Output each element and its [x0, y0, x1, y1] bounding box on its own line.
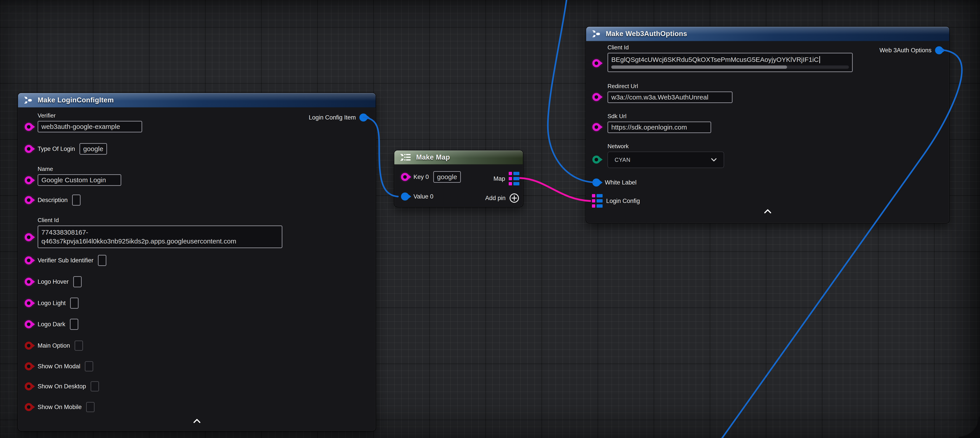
client-id-input[interactable]: 774338308167- q463s7kpvja16l4l0kko3nb925…: [38, 225, 282, 248]
pin-key-0[interactable]: [401, 173, 409, 181]
pin-show-on-desktop[interactable]: [25, 382, 33, 390]
field-show-on-desktop: Show On Desktop: [38, 381, 99, 392]
verifier-input[interactable]: web3auth-google-example: [38, 121, 142, 132]
field-logo-hover: Logo Hover: [38, 276, 82, 288]
output-login-config-item: Login Config Item: [309, 113, 368, 121]
node-title: Make Web3AuthOptions: [606, 30, 687, 38]
pin-logo-dark[interactable]: [25, 320, 33, 328]
node-title: Make Map: [416, 153, 450, 161]
output-map: Map: [493, 172, 519, 186]
field-description: Description: [38, 194, 81, 206]
node-header[interactable]: Make Web3AuthOptions: [586, 27, 949, 41]
field-client-id: Client Id 774338308167- q463s7kpvja16l4l…: [38, 217, 282, 248]
field-verifier-sub-identifier: Verifier Sub Identifier: [38, 255, 107, 266]
add-pin-plus-icon: [509, 193, 519, 203]
pin-show-on-mobile[interactable]: [25, 403, 33, 411]
show-on-modal-checkbox[interactable]: [85, 361, 93, 371]
pin-description[interactable]: [25, 196, 33, 204]
field-login-config: Login Config: [606, 197, 640, 205]
node-title: Make LoginConfigItem: [38, 96, 114, 104]
sdk-url-input[interactable]: https://sdk.openlogin.com: [608, 121, 711, 133]
redirect-url-input[interactable]: w3a://com.w3a.Web3AuthUnreal: [608, 91, 733, 103]
canvas-rounded-corner: [959, 417, 980, 438]
node-make-loginconfigitem[interactable]: Make LoginConfigItem Login Config Item V…: [18, 92, 376, 431]
pin-name[interactable]: [25, 176, 33, 184]
key-0-input[interactable]: google: [433, 171, 461, 183]
show-on-mobile-checkbox[interactable]: [86, 402, 95, 412]
name-input[interactable]: Google Custom Login: [38, 174, 121, 186]
chevron-down-icon: [711, 158, 717, 162]
field-type-of-login: Type Of Login google: [38, 143, 107, 154]
type-of-login-input[interactable]: google: [80, 143, 107, 154]
field-redirect-url: Redirect Url w3a://com.w3a.Web3AuthUnrea…: [608, 83, 733, 103]
network-select[interactable]: CYAN: [608, 151, 724, 168]
field-value-0: Value 0: [414, 193, 433, 201]
field-client-id: Client Id BEglQSgt4cUWcj6SKRdu5QkOXTsePm…: [608, 44, 853, 72]
field-name: Name Google Custom Login: [38, 166, 121, 186]
login-config-map-pin-icon[interactable]: [592, 194, 603, 208]
field-show-on-mobile: Show On Mobile: [38, 402, 95, 412]
make-struct-icon: [23, 95, 33, 105]
make-struct-icon: [592, 29, 601, 39]
pin-sdk-url[interactable]: [592, 123, 600, 131]
client-id-input[interactable]: BEglQSgt4cUWcj6SKRdu5QkOXTsePmMcusG5EAoy…: [608, 53, 853, 72]
field-key-0: Key 0 google: [414, 171, 461, 183]
make-map-icon: [400, 153, 412, 162]
pin-main-option[interactable]: [25, 342, 33, 350]
pin-client-id[interactable]: [592, 59, 600, 67]
description-input[interactable]: [72, 194, 81, 205]
field-show-on-modal: Show On Modal: [38, 361, 93, 371]
field-verifier: Verifier web3auth-google-example: [38, 112, 142, 132]
pin-value-0[interactable]: [401, 193, 409, 201]
wire-map-to-loginconfig[interactable]: [520, 178, 590, 201]
map-pin-icon[interactable]: [509, 172, 519, 186]
pin-verifier[interactable]: [25, 123, 33, 131]
chevron-up-icon: [193, 419, 201, 423]
logo-light-input[interactable]: [70, 298, 78, 309]
pin-client-id[interactable]: [25, 233, 33, 241]
pin-type-of-login[interactable]: [25, 145, 33, 153]
output-web3auth-options: Web 3Auth Options: [880, 46, 943, 54]
scrollbar-thumb[interactable]: [611, 65, 787, 69]
blueprint-graph-canvas[interactable]: Make LoginConfigItem Login Config Item V…: [0, 0, 980, 438]
chevron-up-icon: [764, 209, 772, 213]
pin-verifier-sub-identifier[interactable]: [25, 256, 33, 264]
logo-hover-input[interactable]: [73, 276, 82, 287]
node-header[interactable]: Make Map: [394, 150, 523, 165]
logo-dark-input[interactable]: [70, 319, 78, 330]
field-logo-dark: Logo Dark: [38, 319, 78, 330]
pin-logo-hover[interactable]: [25, 278, 33, 286]
collapse-node-button[interactable]: [193, 419, 201, 424]
field-network: Network CYAN: [608, 143, 724, 168]
field-sdk-url: Sdk Url https://sdk.openlogin.com: [608, 113, 711, 133]
main-option-checkbox[interactable]: [75, 341, 83, 351]
pin-network[interactable]: [592, 156, 600, 164]
field-logo-light: Logo Light: [38, 297, 78, 309]
add-pin-button[interactable]: Add pin: [485, 193, 519, 203]
client-id-scrollbar: [611, 65, 849, 69]
pin-redirect-url[interactable]: [592, 93, 600, 101]
pin-logo-light[interactable]: [25, 299, 33, 307]
field-white-label: White Label: [605, 178, 636, 186]
node-make-map[interactable]: Make Map Key 0 google Value 0 Map Add pi…: [394, 150, 523, 207]
show-on-desktop-checkbox[interactable]: [91, 381, 99, 392]
output-label: Login Config Item: [309, 113, 356, 121]
pin-show-on-modal[interactable]: [25, 362, 33, 370]
field-main-option: Main Option: [38, 341, 83, 351]
node-header[interactable]: Make LoginConfigItem: [18, 93, 375, 108]
verifier-sub-identifier-input[interactable]: [98, 255, 107, 266]
collapse-node-button[interactable]: [764, 209, 772, 215]
